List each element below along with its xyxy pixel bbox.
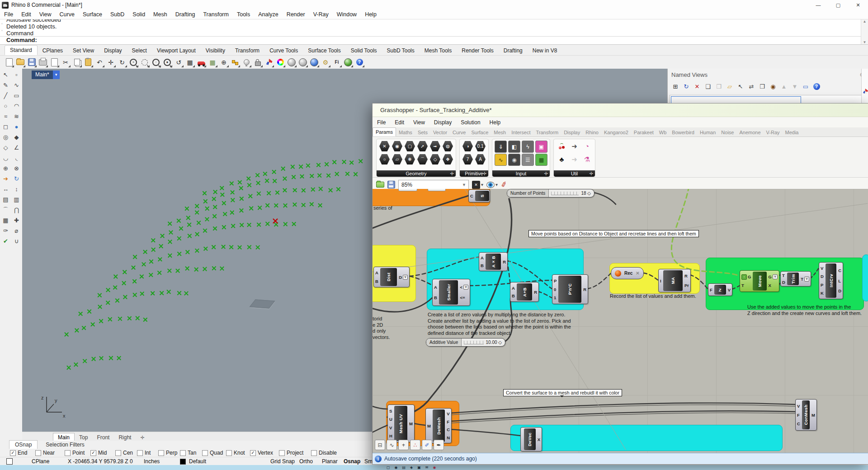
menu-drafting[interactable]: Drafting	[171, 11, 199, 18]
save-icon[interactable]	[26, 57, 37, 68]
command-prompt[interactable]: Command:	[0, 36, 861, 44]
gh-tab-params[interactable]: Params	[373, 127, 396, 136]
component-move[interactable]: ↑GTMoveG⋎X	[740, 270, 779, 292]
output-port[interactable]: <	[460, 285, 462, 290]
eye-icon[interactable]: ◉	[769, 82, 777, 90]
point-icon[interactable]: ▫	[11, 70, 22, 80]
tab-select[interactable]: Select	[127, 46, 152, 55]
taskbar-icon[interactable]: ✉	[425, 465, 429, 470]
cplane-grid-icon[interactable]: ▦	[207, 57, 218, 68]
checkbox-mid[interactable]: ✓	[90, 450, 96, 456]
viewport-tab[interactable]: Main* ▼	[32, 70, 60, 79]
new-view-icon[interactable]: ⊞	[671, 82, 679, 90]
move-icon[interactable]: ➔	[0, 174, 11, 184]
input-port[interactable]: A	[375, 270, 378, 275]
input-port[interactable]: K	[821, 291, 824, 296]
down-icon[interactable]: ▼	[791, 82, 799, 90]
output-port[interactable]: C	[447, 427, 450, 432]
paint-widget-icon[interactable]: ✐	[422, 440, 432, 450]
sketch-icon[interactable]: ≋	[11, 111, 22, 122]
tab-visibility[interactable]: Visibility	[201, 46, 230, 55]
osnap-tab-selection-filters[interactable]: Selection Filters	[40, 441, 90, 449]
gh-tab-media[interactable]: Media	[783, 128, 802, 136]
cplane-swatch-icon[interactable]	[6, 458, 13, 465]
input-port[interactable]: T	[741, 283, 751, 288]
primitive-param-icon[interactable]: 0.1	[475, 141, 486, 152]
component-intcrv[interactable]: VDPKIntCrvCLD	[819, 262, 843, 299]
up-icon[interactable]: ▲	[780, 82, 788, 90]
array-icon[interactable]: ▤	[0, 194, 11, 205]
geometry-param-icon[interactable]: ➚	[417, 141, 428, 152]
solid-icon[interactable]: ◆	[11, 132, 22, 142]
toolbox-icon[interactable]: Fi	[331, 57, 342, 68]
checkbox-end[interactable]: ✓	[10, 450, 16, 456]
gh-tab-transform[interactable]: Transform	[533, 128, 561, 136]
input-port[interactable]: F	[710, 287, 712, 292]
input-port[interactable]: P	[821, 282, 824, 287]
input-port[interactable]: M	[427, 423, 431, 428]
tab-mesh-tools[interactable]: Mesh Tools	[420, 46, 457, 55]
osnap-option-project[interactable]: Project	[279, 450, 303, 456]
input-port[interactable]: B	[481, 263, 484, 268]
status-grid-snap[interactable]: Grid Snap	[270, 458, 295, 465]
cut-icon[interactable]: ✂	[60, 57, 71, 68]
status-planar[interactable]: Planar	[322, 458, 338, 465]
primitive-param-icon[interactable]: 7	[462, 154, 473, 165]
select-view-icon[interactable]: ↖	[736, 82, 745, 90]
geometry-param-icon[interactable]: ⌒	[417, 154, 428, 165]
gh-menu-solution[interactable]: Solution	[456, 119, 485, 126]
circle-center-icon[interactable]: ⊕	[218, 57, 229, 68]
osnap-option-mid[interactable]: ✓Mid	[90, 450, 107, 456]
paste-icon[interactable]	[83, 57, 94, 68]
input-param-icon[interactable]: ▣	[535, 141, 547, 153]
status-sm[interactable]: Sm	[364, 458, 373, 465]
layer-color-swatch[interactable]	[180, 459, 186, 465]
control-curve-icon[interactable]: ∿	[11, 80, 22, 90]
slider-track[interactable]	[464, 341, 483, 344]
output-port[interactable]: C	[838, 268, 841, 273]
render-wire-sphere-icon[interactable]	[297, 57, 308, 68]
component-conmesh[interactable]: VFCConMeshM	[795, 399, 817, 431]
lock-icon[interactable]	[252, 57, 263, 68]
surface-icon[interactable]: ◇	[0, 142, 11, 153]
maximize-button[interactable]: ▢	[828, 0, 848, 10]
grasshopper-window[interactable]: Grasshopper - Surface_Tracking_Additive*…	[372, 103, 868, 465]
checkbox-vertex[interactable]: ✓	[250, 450, 256, 456]
taskbar-icon[interactable]: ◉	[395, 465, 398, 470]
rotate-view-icon[interactable]: ↻	[117, 57, 127, 68]
taskbar-icon[interactable]: ▢	[387, 465, 390, 470]
tab-solid-tools[interactable]: Solid Tools	[346, 46, 382, 55]
tab-drafting[interactable]: Drafting	[499, 46, 528, 55]
geometry-param-icon[interactable]: ◇	[429, 154, 441, 165]
output-port[interactable]: R	[684, 273, 688, 278]
status-ortho[interactable]: Ortho	[299, 458, 313, 465]
component-smaller[interactable]: ABSmaller<⋎<=	[432, 279, 470, 306]
scale-icon[interactable]: ↔	[0, 184, 11, 194]
output-port[interactable]: M	[409, 421, 413, 426]
input-port[interactable]: B	[434, 295, 437, 300]
boolean-diff-icon[interactable]: ⊗	[11, 163, 22, 174]
menu-analyze[interactable]: Analyze	[254, 11, 282, 18]
add-widget-icon[interactable]: +	[398, 440, 409, 450]
zoom-selected-icon[interactable]: ◦	[151, 57, 161, 68]
curve-pencil-icon[interactable]: ✎	[0, 80, 11, 90]
pan-icon[interactable]: ✛	[105, 57, 116, 68]
primitive-param-icon[interactable]: A	[475, 154, 486, 165]
input-port[interactable]: 1	[554, 295, 557, 300]
gh-tab-curve[interactable]: Curve	[450, 128, 468, 136]
zoom-in-icon[interactable]: +	[128, 57, 139, 68]
rotate-icon[interactable]: ↻	[11, 174, 22, 184]
output-port[interactable]: R	[503, 259, 506, 264]
grasshopper-titlebar[interactable]: Grasshopper - Surface_Tracking_Additive*	[373, 103, 868, 117]
geometry-param-icon[interactable]: ▢	[404, 141, 415, 152]
osnap-option-tan[interactable]: Tan	[180, 450, 196, 456]
checkbox-int[interactable]	[137, 450, 143, 456]
command-area[interactable]: °°° Autosave succeededDeleted 10 objects…	[0, 19, 868, 45]
preview-mode-button[interactable]: ▾	[486, 182, 498, 188]
tab-standard[interactable]: Standard	[5, 45, 38, 55]
input-port[interactable]: F	[797, 413, 800, 418]
input-port[interactable]: V	[821, 266, 824, 271]
output-port[interactable]: R	[583, 287, 586, 292]
gh-tab-anemone[interactable]: Anemone	[736, 128, 763, 136]
component-meshuv[interactable]: SUVHMesh UVM	[387, 404, 415, 442]
